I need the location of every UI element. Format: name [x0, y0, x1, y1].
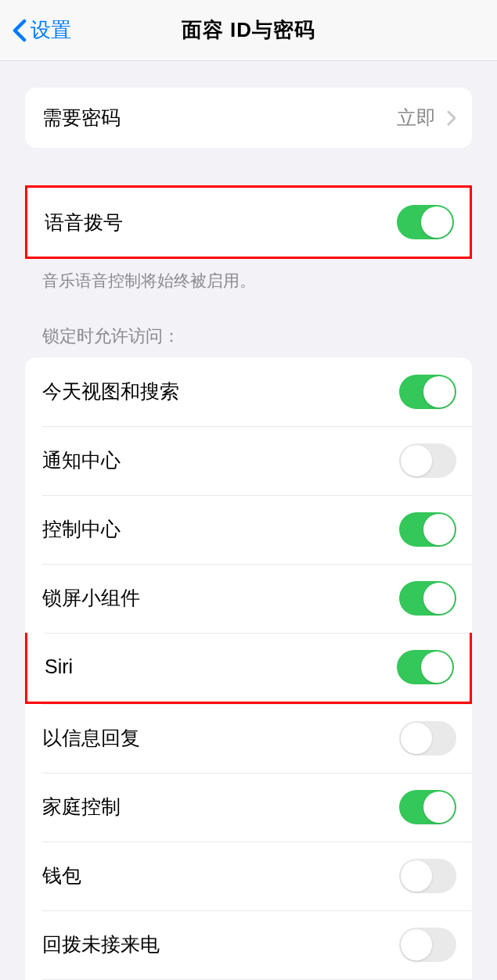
voice-dial-label: 语音拨号: [45, 210, 123, 235]
lock-access-row: 控制中心: [25, 495, 472, 564]
require-passcode-row[interactable]: 需要密码 立即: [25, 88, 472, 148]
lock-access-row: 今天视图和搜索: [25, 357, 472, 426]
require-passcode-label: 需要密码: [42, 105, 121, 131]
lock-access-item-label: 控制中心: [42, 516, 121, 542]
back-button[interactable]: 设置: [11, 16, 71, 44]
voice-dial-footer: 音乐语音控制将始终被启用。: [25, 259, 472, 293]
lock-access-item-label: 钱包: [42, 863, 81, 888]
lock-access-row: 通知中心: [25, 426, 472, 495]
lock-access-card: 今天视图和搜索通知中心控制中心锁屏小组件Siri以信息回复家庭控制钱包回拨未接来…: [25, 357, 472, 981]
require-passcode-value-group: 立即: [397, 105, 456, 131]
voice-dial-toggle[interactable]: [397, 205, 454, 239]
lock-access-toggle[interactable]: [399, 790, 456, 824]
lock-access-row: 以信息回复: [25, 704, 472, 773]
lock-access-toggle[interactable]: [399, 928, 456, 962]
header: 设置 面容 ID与密码: [0, 0, 497, 61]
page-title: 面容 ID与密码: [182, 16, 315, 44]
voice-dial-row: 语音拨号: [27, 188, 470, 257]
lock-access-item-label: Siri: [45, 655, 73, 678]
lock-access-item-label: 以信息回复: [42, 725, 140, 751]
lock-access-item-label: 回拨未接来电: [42, 932, 160, 957]
lock-access-toggle[interactable]: [399, 721, 456, 756]
lock-access-row: 家庭控制: [25, 773, 472, 842]
lock-access-item-label: 家庭控制: [42, 794, 121, 820]
lock-access-row: Siri: [25, 633, 472, 704]
lock-access-item-label: 锁屏小组件: [42, 585, 140, 611]
lock-access-toggle[interactable]: [399, 859, 456, 893]
lock-access-toggle[interactable]: [399, 443, 456, 478]
lock-access-toggle[interactable]: [399, 581, 456, 616]
lock-access-toggle[interactable]: [397, 650, 454, 684]
back-label: 设置: [31, 16, 71, 44]
lock-access-toggle[interactable]: [399, 512, 456, 547]
voice-dial-highlight: 语音拨号: [25, 185, 472, 259]
lock-access-row: 钱包: [25, 842, 472, 910]
lock-access-header: 锁定时允许访问：: [25, 325, 472, 357]
chevron-left-icon: [11, 19, 28, 42]
lock-access-row: 回拨未接来电: [25, 910, 472, 979]
lock-access-item-label: 通知中心: [42, 447, 121, 473]
lock-access-row: 锁屏小组件: [25, 564, 472, 633]
chevron-right-icon: [447, 110, 456, 126]
lock-access-item-label: 今天视图和搜索: [42, 379, 179, 404]
require-passcode-card: 需要密码 立即: [25, 88, 472, 148]
require-passcode-value: 立即: [397, 105, 436, 131]
lock-access-toggle[interactable]: [399, 375, 456, 409]
